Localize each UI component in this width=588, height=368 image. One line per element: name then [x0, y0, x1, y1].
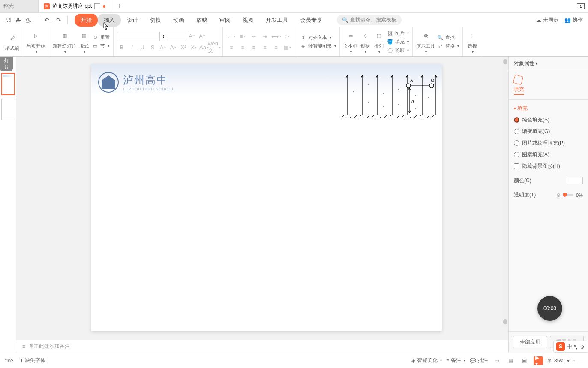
tab-review[interactable]: 审阅 [213, 14, 237, 27]
justify-button[interactable]: ≡ [260, 42, 270, 53]
sorter-view-button[interactable]: ▦ [506, 356, 516, 365]
normal-view-button[interactable]: ▭ [492, 356, 502, 365]
missing-font-button[interactable]: T缺失字体 [20, 357, 45, 364]
present-tools-button[interactable]: 🛠演示工具 [416, 30, 435, 54]
tab-animation[interactable]: 动画 [167, 14, 190, 27]
scroll-down-icon[interactable] [503, 319, 507, 324]
print-preview-icon[interactable]: ⎙ [26, 17, 32, 24]
slide-thumbnail-1[interactable] [1, 73, 15, 95]
opacity-slider[interactable] [563, 194, 573, 196]
underline-button[interactable]: U [138, 43, 147, 52]
line-spacing-button[interactable]: ↕ [282, 31, 292, 42]
document-tab[interactable]: P 泸高陈勇讲座.ppt [39, 0, 111, 12]
tab-slideshow[interactable]: 放映 [190, 14, 213, 27]
tab-devtools[interactable]: 开发工具 [260, 14, 294, 27]
find-button[interactable]: 🔍查找 [437, 34, 459, 41]
panel-title[interactable]: 对象属性 [509, 57, 588, 71]
zoom-value[interactable]: 85% [554, 358, 564, 364]
textbox-button[interactable]: ▭文本框 [343, 30, 357, 54]
numbering-button[interactable]: ≡ [237, 31, 248, 42]
reading-view-button[interactable]: ▣ [520, 356, 529, 365]
color-picker[interactable] [566, 177, 583, 184]
physics-diagram[interactable]: N M h [341, 72, 438, 121]
new-slide-button[interactable]: ▥ 新建幻灯片 [53, 30, 76, 54]
align-right-button[interactable]: ≡ [249, 42, 259, 53]
ime-punct[interactable]: °, [574, 344, 578, 350]
notes-toggle[interactable]: ≡备注 [446, 357, 465, 364]
scroll-up-icon[interactable] [503, 59, 507, 64]
tab-transition[interactable]: 切换 [144, 14, 167, 27]
tab-insert[interactable]: 插入 [98, 14, 121, 27]
subscript-button[interactable]: X₂ [189, 43, 198, 52]
font-color-button[interactable]: A [158, 43, 168, 52]
layout-button[interactable]: ▦ 版式 [78, 30, 90, 54]
decrease-indent-button[interactable]: ⇤ [249, 31, 259, 42]
slides-tab-label[interactable]: 灯片 [0, 57, 13, 71]
bullets-button[interactable]: ≔ [226, 31, 237, 42]
shape-fill-button[interactable]: 🪣填充 [387, 39, 409, 45]
format-painter-button[interactable]: 🖌 格式刷 [5, 32, 19, 51]
collaborate-button[interactable]: 👥协作 [564, 16, 583, 24]
tab-design[interactable]: 设计 [121, 14, 144, 27]
notes-bar[interactable]: ≡ 单击此处添加备注 [16, 340, 508, 353]
tab-restore-icon[interactable] [94, 3, 100, 9]
solid-fill-radio[interactable]: 纯色填充(S) [514, 116, 583, 124]
sogou-icon[interactable]: S [556, 342, 565, 351]
slide[interactable]: 泸州高中 LUZHOU HIGH SCHOOL [91, 64, 442, 331]
strike-button[interactable]: S [148, 43, 157, 52]
fill-mode-icon[interactable] [513, 75, 523, 85]
columns-button[interactable]: ▥ [282, 42, 292, 53]
vertical-scrollbar[interactable] [502, 57, 508, 327]
select-button[interactable]: ⬚选择 [466, 30, 478, 54]
tab-start[interactable]: 开始 [75, 14, 98, 27]
align-center-button[interactable]: ≡ [237, 42, 248, 53]
change-case-button[interactable]: Aa [199, 43, 209, 52]
redo-button[interactable]: ↷ [56, 17, 61, 24]
replace-button[interactable]: ⇄替换 [437, 43, 459, 50]
distribute-button[interactable]: ≡ [271, 42, 281, 53]
font-family-select[interactable] [117, 32, 160, 41]
zoom-out-button[interactable]: − [572, 358, 575, 364]
slideshow-view-button[interactable]: ▶ ▾ [534, 356, 543, 365]
window-indicator[interactable]: 1 [577, 3, 585, 9]
phonetic-button[interactable]: wén文 [210, 43, 219, 52]
convert-smartart-button[interactable]: ◈转智能图形 [300, 43, 336, 50]
ime-toolbar[interactable]: S 中 °, ☺ [553, 341, 588, 353]
comments-toggle[interactable]: 💬批注 [470, 357, 488, 364]
align-text-button[interactable]: ⬍对齐文本 [300, 34, 336, 41]
zoom-dropdown-icon[interactable]: ▾ [567, 358, 570, 364]
gradient-fill-radio[interactable]: 渐变填充(G) [514, 128, 583, 135]
fill-section-title[interactable]: 填充 [514, 105, 583, 112]
save-icon[interactable]: 🖫 [5, 17, 11, 24]
font-size-select[interactable] [161, 32, 186, 41]
increase-font-icon[interactable]: A⁺ [187, 32, 197, 41]
sync-status[interactable]: ☁未同步 [536, 16, 558, 24]
slide-thumbnail-2[interactable] [1, 99, 15, 120]
undo-button[interactable]: ↶ [44, 17, 52, 24]
fill-mode-label[interactable]: 填充 [514, 86, 524, 95]
highlight-button[interactable]: A [168, 43, 178, 52]
text-direction-button[interactable]: ⟷ [271, 31, 281, 42]
new-tab-button[interactable]: + [111, 2, 128, 11]
apply-all-button[interactable]: 全部应用 [513, 336, 547, 348]
slide-canvas-area[interactable]: 泸州高中 LUZHOU HIGH SCHOOL [16, 57, 508, 353]
command-search[interactable]: 🔍 查找命令、搜索模板 [337, 15, 402, 25]
reset-button[interactable]: ↺重置 [92, 34, 110, 41]
arrange-button[interactable]: ⬚排列 [373, 30, 385, 54]
docer-tab[interactable]: 稻壳 [0, 0, 39, 12]
superscript-button[interactable]: X² [179, 43, 188, 52]
print-icon[interactable]: 🖶 [15, 17, 21, 24]
opacity-minus[interactable]: ⊖ [556, 192, 561, 198]
shape-outline-button[interactable]: ◯轮廓 [387, 47, 409, 54]
increase-indent-button[interactable]: ⇥ [260, 31, 270, 42]
pattern-fill-radio[interactable]: 图案填充(A) [514, 151, 583, 158]
ime-lang[interactable]: 中 [567, 343, 572, 350]
screen-record-widget[interactable]: 00:00 [537, 296, 562, 321]
shape-button[interactable]: ◇形状 [359, 30, 371, 54]
from-current-button[interactable]: ▷ 当页开始 [27, 30, 45, 54]
tab-view[interactable]: 视图 [237, 14, 260, 27]
beautify-button[interactable]: ◈智能美化 [411, 357, 442, 364]
italic-button[interactable]: I [127, 43, 137, 52]
ime-face-icon[interactable]: ☺ [579, 344, 585, 350]
section-button[interactable]: ▭节 [92, 43, 110, 50]
